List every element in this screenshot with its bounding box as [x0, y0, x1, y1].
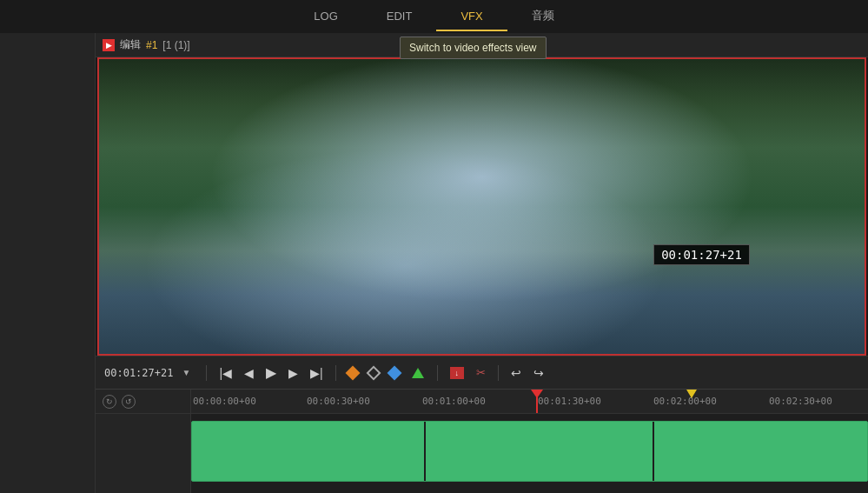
timecode-dropdown-arrow[interactable]: ▼ — [182, 368, 190, 377]
playhead-triangle — [531, 390, 543, 398]
main-area: ▶ 编辑 #1 [1 (1)] 00:01:27+21 00:01:27+21 … — [0, 33, 868, 493]
play-button[interactable]: ▶ — [262, 363, 280, 383]
video-panel: ▶ 编辑 #1 [1 (1)] 00:01:27+21 00:01:27+21 … — [96, 33, 868, 493]
ruler-mark-5: 00:02:30+00 — [769, 396, 832, 407]
yellow-marker — [686, 390, 697, 398]
clip-divider-2 — [653, 422, 654, 481]
left-sidebar — [0, 33, 96, 493]
timecode-overlay: 00:01:27+21 — [653, 244, 750, 265]
tab-vfx[interactable]: VFX — [436, 3, 507, 31]
flag-green-icon — [412, 368, 424, 378]
video-clip[interactable] — [191, 421, 868, 482]
diamond-orange-icon — [348, 368, 358, 378]
controls-bar: 00:01:27+21 ▼ |◀ ◀ ▶ ▶ ▶| ↓ ✂ ↩ ↪ — [96, 356, 868, 389]
ruler-mark-3: 00:01:30+00 — [538, 396, 601, 407]
skip-to-end-button[interactable]: ▶| — [307, 364, 327, 382]
diamond-empty-icon — [368, 368, 379, 378]
ruler-mark-1: 00:00:30+00 — [307, 396, 370, 407]
clip-divider-1 — [424, 422, 426, 481]
scissors-icon: ✂ — [476, 366, 486, 379]
video-title-label: 编辑 — [120, 37, 141, 52]
separator-1 — [206, 365, 207, 381]
top-nav-bar: LOG EDIT VFX 音频 Switch to video effects … — [0, 0, 868, 33]
video-image: 00:01:27+21 — [99, 59, 865, 354]
title-flag-icon: ▶ — [103, 39, 115, 51]
track-left-panel — [96, 414, 191, 493]
loop-icon[interactable]: ↻ — [103, 395, 116, 409]
tooltip-vfx: Switch to video effects view — [400, 37, 547, 59]
video-title-extra: [1 (1)] — [162, 39, 189, 51]
overwrite-icon: ↓ — [450, 367, 464, 379]
tab-audio[interactable]: 音频 — [507, 1, 579, 32]
overwrite-button[interactable]: ↓ — [447, 365, 467, 381]
ruler-mark-2: 00:01:00+00 — [422, 396, 486, 407]
video-title-num: #1 — [146, 39, 157, 51]
next-frame-button[interactable]: ▶ — [285, 364, 301, 382]
tab-edit[interactable]: EDIT — [362, 3, 437, 31]
separator-2 — [335, 365, 336, 381]
timeline-area: ↻ ↺ 00:00:00+00 00:00:30+00 00:01:00+00 … — [96, 389, 868, 493]
skip-to-start-button[interactable]: |◀ — [215, 364, 235, 382]
diamond-blue-icon — [389, 368, 400, 378]
waterfall-scene — [99, 59, 865, 354]
redo-button[interactable]: ↪ — [530, 364, 547, 382]
timeline-header: ↻ ↺ 00:00:00+00 00:00:30+00 00:01:00+00 … — [96, 390, 868, 414]
ruler-mark-0: 00:00:00+00 — [193, 396, 256, 407]
timecode-display: 00:01:27+21 — [104, 367, 173, 379]
separator-4 — [498, 365, 499, 381]
timeline-left-panel: ↻ ↺ — [96, 390, 191, 413]
undo-button[interactable]: ↩ — [507, 364, 525, 382]
tab-log[interactable]: LOG — [289, 3, 361, 31]
ruler-mark-4: 00:02:00+00 — [653, 396, 717, 407]
separator-3 — [437, 365, 438, 381]
timeline-ruler: 00:00:00+00 00:00:30+00 00:01:00+00 00:0… — [191, 390, 868, 413]
cut-button[interactable]: ✂ — [473, 364, 489, 381]
prev-frame-button[interactable]: ◀ — [241, 364, 257, 382]
playhead[interactable] — [536, 390, 538, 413]
track-content — [96, 414, 868, 493]
track-clips[interactable] — [191, 414, 868, 493]
video-viewport[interactable]: 00:01:27+21 — [97, 57, 866, 356]
loop2-icon[interactable]: ↺ — [122, 395, 136, 409]
